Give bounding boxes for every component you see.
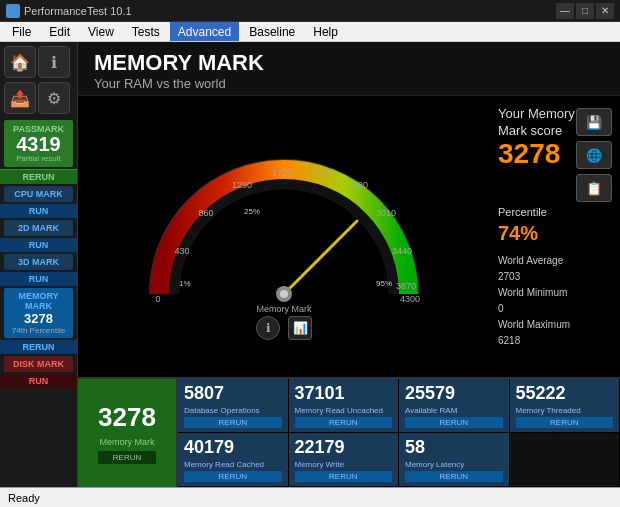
page-title: MEMORY MARK: [94, 50, 604, 76]
menu-view[interactable]: View: [80, 22, 122, 41]
stat-name-3: Memory Threaded: [516, 406, 614, 415]
export-result-button[interactable]: 📋: [576, 174, 612, 202]
gauge-container: 0 430 860 1290 1720 2150 2580: [144, 134, 424, 314]
gauge-action-buttons: ℹ 📊: [256, 316, 312, 340]
stat-val-4: 40179: [184, 437, 282, 458]
score-panel: Your Memory Mark score 3278 💾 🌐 📋 Percen…: [490, 96, 620, 377]
stat-rerun-2[interactable]: RERUN: [405, 417, 503, 428]
stat-name-5: Memory Write: [295, 460, 393, 469]
content-body: 0 430 860 1290 1720 2150 2580: [78, 96, 620, 377]
svg-text:3440: 3440: [392, 246, 412, 256]
sidebar-second-row: 📤 ⚙: [0, 82, 77, 118]
svg-text:2580: 2580: [348, 180, 368, 190]
2d-mark-run-button[interactable]: RUN: [0, 238, 77, 252]
close-button[interactable]: ✕: [596, 3, 614, 19]
stat-name-2: Available RAM: [405, 406, 503, 415]
menu-file[interactable]: File: [4, 22, 39, 41]
export-icon-button[interactable]: 📤: [4, 82, 36, 114]
stat-rerun-3[interactable]: RERUN: [516, 417, 614, 428]
world-max-value: 6218: [498, 333, 612, 349]
stat-cell-6: 58 Memory Latency RERUN: [399, 433, 510, 487]
info-circle-button[interactable]: ℹ: [256, 316, 280, 340]
world-stats: World Average 2703 World Minimum 0 World…: [498, 253, 612, 349]
menu-help[interactable]: Help: [305, 22, 346, 41]
save-result-button[interactable]: 💾: [576, 108, 612, 136]
cpu-mark-box[interactable]: CPU MARK: [4, 186, 73, 202]
large-score-label: Memory Mark: [98, 437, 156, 447]
stat-rerun-1[interactable]: RERUN: [295, 417, 393, 428]
gauge-svg: 0 430 860 1290 1720 2150 2580: [144, 134, 424, 314]
stat-grid: 5807 Database Operations RERUN 37101 Mem…: [178, 379, 620, 487]
score-main-label: Your Memory Mark score: [498, 106, 576, 140]
passmark-rerun-button[interactable]: RERUN: [0, 169, 77, 184]
stat-cell-0: 5807 Database Operations RERUN: [178, 379, 289, 433]
svg-text:3870: 3870: [396, 281, 416, 291]
svg-text:0: 0: [155, 294, 160, 304]
stat-val-1: 37101: [295, 383, 393, 404]
stat-rerun-6[interactable]: RERUN: [405, 471, 503, 482]
stat-rerun-5[interactable]: RERUN: [295, 471, 393, 482]
memory-mark-box[interactable]: MEMORY MARK 3278 74th Percentile: [4, 288, 73, 338]
world-avg-label: World Average: [498, 253, 612, 269]
memory-mark-score: 3278: [7, 311, 70, 326]
disk-mark-box[interactable]: DISK MARK: [4, 356, 73, 372]
cpu-mark-run-button[interactable]: RUN: [0, 204, 77, 218]
percentile-value: 74%: [498, 222, 612, 245]
stat-name-1: Memory Read Uncached: [295, 406, 393, 415]
stat-val-6: 58: [405, 437, 503, 458]
stat-name-6: Memory Latency: [405, 460, 503, 469]
large-score-value: 3278: [98, 402, 156, 433]
status-text: Ready: [8, 492, 40, 504]
maximize-button[interactable]: □: [576, 3, 594, 19]
menu-bar: File Edit View Tests Advanced Baseline H…: [0, 22, 620, 42]
disk-mark-label: DISK MARK: [7, 359, 70, 369]
stat-cell-4: 40179 Memory Read Cached RERUN: [178, 433, 289, 487]
svg-text:1720: 1720: [272, 168, 292, 178]
menu-edit[interactable]: Edit: [41, 22, 78, 41]
world-compare-button[interactable]: 🌐: [576, 141, 612, 169]
window-controls[interactable]: — □ ✕: [556, 3, 614, 19]
svg-text:25%: 25%: [244, 207, 260, 216]
info-icon-button[interactable]: ℹ: [38, 46, 70, 78]
cpu-mark-label: CPU MARK: [7, 189, 70, 199]
menu-baseline[interactable]: Baseline: [241, 22, 303, 41]
stat-val-5: 22179: [295, 437, 393, 458]
stat-name-4: Memory Read Cached: [184, 460, 282, 469]
stat-cell-empty: [510, 433, 621, 487]
stat-val-0: 5807: [184, 383, 282, 404]
2d-mark-label: 2D MARK: [7, 223, 70, 233]
stat-val-3: 55222: [516, 383, 614, 404]
disk-mark-run-button[interactable]: RUN: [0, 374, 77, 388]
stat-rerun-4[interactable]: RERUN: [184, 471, 282, 482]
svg-text:4300: 4300: [400, 294, 420, 304]
minimize-button[interactable]: —: [556, 3, 574, 19]
score-main-value: 3278: [498, 140, 576, 168]
menu-tests[interactable]: Tests: [124, 22, 168, 41]
world-max-label: World Maximum: [498, 317, 612, 333]
passmark-score: 4319: [8, 134, 69, 154]
stat-cell-2: 25579 Available RAM RERUN: [399, 379, 510, 433]
home-icon-button[interactable]: 🏠: [4, 46, 36, 78]
title-bar-left: PerformanceTest 10.1: [6, 4, 132, 18]
page-subtitle: Your RAM vs the world: [94, 76, 604, 91]
memory-mark-rerun-button[interactable]: RERUN: [0, 340, 77, 354]
memory-mark-large-score: 3278 Memory Mark RERUN: [98, 402, 156, 464]
content-header: MEMORY MARK Your RAM vs the world: [78, 42, 620, 96]
3d-mark-run-button[interactable]: RUN: [0, 272, 77, 286]
menu-advanced[interactable]: Advanced: [170, 22, 239, 41]
gauge-needle: [284, 221, 357, 294]
chart-button[interactable]: 📊: [288, 316, 312, 340]
score-panel-main: Your Memory Mark score 3278: [498, 106, 576, 168]
score-panel-top: Your Memory Mark score 3278 💾 🌐 📋: [498, 106, 612, 202]
3d-mark-box[interactable]: 3D MARK: [4, 254, 73, 270]
svg-text:1290: 1290: [232, 180, 252, 190]
sidebar-top-icons: 🏠 ℹ: [0, 42, 77, 82]
settings-icon-button[interactable]: ⚙: [38, 82, 70, 114]
stat-rerun-0[interactable]: RERUN: [184, 417, 282, 428]
passmark-box: PASSMARK 4319 Partial result: [4, 120, 73, 167]
svg-text:1%: 1%: [179, 279, 191, 288]
svg-text:430: 430: [174, 246, 189, 256]
bottom-stats: 3278 Memory Mark RERUN 5807 Database Ope…: [78, 377, 620, 487]
large-score-rerun-button[interactable]: RERUN: [98, 451, 156, 464]
2d-mark-box[interactable]: 2D MARK: [4, 220, 73, 236]
